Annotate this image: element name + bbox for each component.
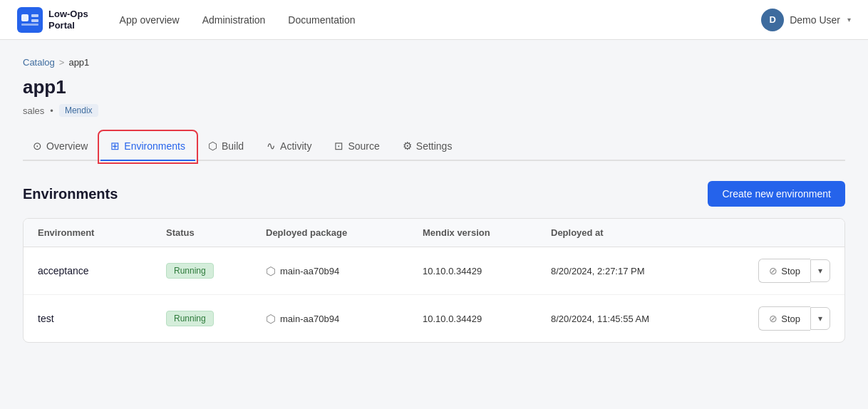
tab-settings-label: Settings: [416, 140, 453, 152]
stop-label: Stop: [781, 266, 800, 276]
stop-dropdown-button-test[interactable]: ▾: [810, 307, 830, 330]
stop-dropdown-button-acceptance[interactable]: ▾: [810, 259, 830, 282]
table-row: acceptance Running ⬡ main-aa70b94 10.10.…: [24, 247, 844, 295]
navbar: Low-OpsPortal App overview Administratio…: [0, 0, 868, 40]
stop-button-test[interactable]: ⊘ Stop: [758, 306, 810, 331]
tab-build[interactable]: ⬡ Build: [198, 133, 254, 161]
nav-app-overview[interactable]: App overview: [111, 9, 188, 31]
environments-icon: ⊞: [110, 140, 120, 152]
svg-rect-4: [21, 24, 38, 26]
pkg-name: main-aa70b94: [280, 266, 339, 276]
col-actions: [708, 227, 830, 238]
brand-logo-link[interactable]: Low-OpsPortal: [17, 7, 88, 33]
stop-label: Stop: [781, 314, 800, 324]
env-version-acceptance: 10.10.0.34429: [423, 266, 551, 276]
package-icon: ⬡: [266, 264, 276, 278]
tab-source[interactable]: ⊡ Source: [324, 133, 389, 161]
tab-environments[interactable]: ⊞ Environments: [100, 133, 195, 161]
app-meta: sales • Mendix: [23, 104, 845, 117]
navbar-links: App overview Administration Documentatio…: [111, 9, 739, 31]
overview-icon: ⊙: [33, 140, 42, 152]
breadcrumb-catalog[interactable]: Catalog: [23, 57, 55, 68]
brand-logo-svg: [17, 7, 43, 33]
source-icon: ⊡: [334, 140, 343, 152]
activity-icon: ∿: [267, 140, 276, 152]
col-environment: Environment: [38, 227, 166, 238]
app-platform-badge: Mendix: [59, 104, 98, 117]
env-package-test: ⬡ main-aa70b94: [266, 312, 423, 326]
table-row: test Running ⬡ main-aa70b94 10.10.0.3442…: [24, 295, 844, 342]
col-deployed-package: Deployed package: [266, 227, 423, 238]
nav-documentation[interactable]: Documentation: [279, 9, 363, 31]
tab-overview[interactable]: ⊙ Overview: [23, 133, 98, 161]
user-avatar: D: [761, 9, 784, 31]
user-menu-chevron-icon: ▾: [847, 16, 851, 24]
env-status-acceptance: Running: [166, 263, 266, 279]
app-meta-dot: •: [50, 105, 53, 116]
pkg-name: main-aa70b94: [280, 314, 339, 324]
chevron-down-icon: ▾: [818, 314, 822, 323]
stop-button-acceptance[interactable]: ⊘ Stop: [758, 259, 810, 283]
app-title: app1: [23, 76, 845, 98]
app-owner: sales: [23, 105, 44, 116]
env-deployed-at-test: 8/20/2024, 11:45:55 AM: [551, 314, 708, 324]
section-title: Environments: [23, 186, 118, 202]
env-package-acceptance: ⬡ main-aa70b94: [266, 264, 423, 278]
tab-settings[interactable]: ⚙ Settings: [393, 133, 463, 161]
col-deployed-at: Deployed at: [551, 227, 708, 238]
breadcrumb: Catalog > app1: [23, 57, 845, 68]
tab-activity[interactable]: ∿ Activity: [257, 133, 321, 161]
svg-rect-1: [21, 14, 29, 21]
tab-build-label: Build: [222, 140, 244, 152]
col-status: Status: [166, 227, 266, 238]
svg-rect-2: [31, 14, 38, 17]
create-new-environment-button[interactable]: Create new environment: [708, 181, 845, 207]
status-badge-running: Running: [166, 311, 214, 326]
env-actions-test: ⊘ Stop ▾: [708, 306, 830, 331]
package-icon: ⬡: [266, 312, 276, 326]
breadcrumb-separator: >: [59, 57, 65, 68]
svg-rect-0: [17, 7, 43, 33]
stop-circle-icon: ⊘: [769, 313, 777, 324]
env-status-test: Running: [166, 311, 266, 326]
svg-rect-3: [31, 19, 38, 22]
env-actions-acceptance: ⊘ Stop ▾: [708, 259, 830, 283]
breadcrumb-current: app1: [68, 57, 89, 68]
env-deployed-at-acceptance: 8/20/2024, 2:27:17 PM: [551, 266, 708, 276]
tab-overview-label: Overview: [46, 140, 88, 152]
env-name-test: test: [38, 313, 166, 324]
col-mendix-version: Mendix version: [423, 227, 551, 238]
tab-source-label: Source: [348, 140, 379, 152]
tab-activity-label: Activity: [280, 140, 311, 152]
table-header: Environment Status Deployed package Mend…: [24, 219, 844, 247]
tab-environments-label: Environments: [124, 140, 185, 152]
user-name-label: Demo User: [790, 14, 840, 26]
env-version-test: 10.10.0.34429: [423, 314, 551, 324]
tabs-bar: ⊙ Overview ⊞ Environments ⬡ Build ∿ Acti…: [23, 131, 845, 161]
brand-name: Low-OpsPortal: [48, 9, 88, 31]
settings-icon: ⚙: [403, 140, 412, 152]
section-header: Environments Create new environment: [23, 181, 845, 207]
environments-table: Environment Status Deployed package Mend…: [23, 218, 845, 343]
page-content: Catalog > app1 app1 sales • Mendix ⊙ Ove…: [0, 40, 868, 360]
nav-administration[interactable]: Administration: [194, 9, 274, 31]
user-menu[interactable]: D Demo User ▾: [761, 9, 851, 31]
env-name-acceptance: acceptance: [38, 265, 166, 276]
status-badge-running: Running: [166, 263, 214, 279]
stop-circle-icon: ⊘: [769, 265, 777, 276]
chevron-down-icon: ▾: [818, 266, 822, 276]
build-icon: ⬡: [208, 140, 217, 152]
